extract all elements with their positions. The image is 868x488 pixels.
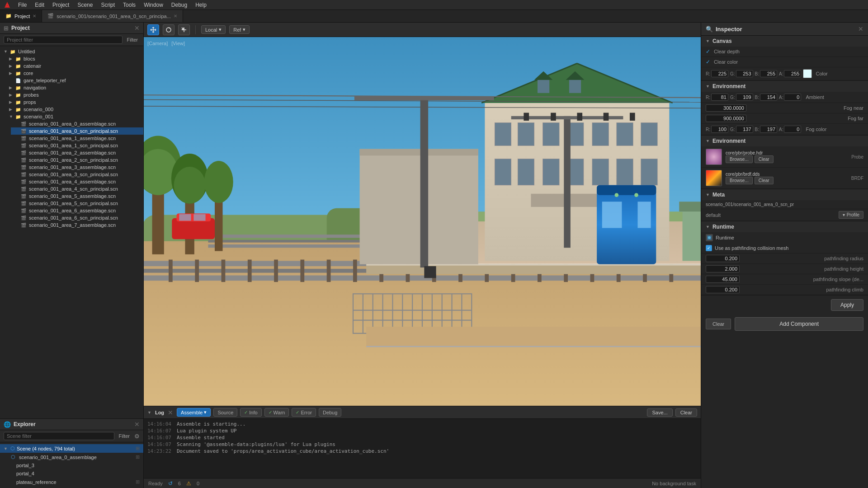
- tree-item-scenario000[interactable]: ▶ 📁 scenario_000: [5, 106, 143, 113]
- fog-g-input[interactable]: [736, 126, 753, 133]
- brdf-clear-btn[interactable]: Clear: [755, 177, 774, 184]
- clear-depth-check-icon[interactable]: ✓: [706, 48, 710, 55]
- menu-edit[interactable]: Edit: [31, 1, 48, 9]
- tree-item-navigation[interactable]: ▶ 📁 navigation: [5, 84, 143, 91]
- settings-icon[interactable]: ⚙: [134, 433, 140, 440]
- runtime-section-header[interactable]: ▼ Runtime: [701, 221, 868, 232]
- project-panel-close[interactable]: ✕: [134, 24, 140, 32]
- log-tab-info[interactable]: ✓ Info: [240, 408, 261, 417]
- pathfinding-checkbox[interactable]: ✓: [706, 245, 712, 251]
- tree-item-props[interactable]: ▶ 📁 props: [5, 99, 143, 106]
- ambient-r-input[interactable]: [711, 94, 728, 101]
- log-tab-assemble[interactable]: Assemble ▾: [177, 408, 211, 417]
- canvas-r-input[interactable]: [711, 70, 728, 77]
- log-tab-debug[interactable]: Debug: [319, 408, 341, 417]
- menu-file[interactable]: File: [14, 1, 30, 9]
- meta-section-header[interactable]: ▼ Meta: [701, 189, 868, 200]
- tree-item-s001-a5-ass[interactable]: 🎬 scenario_001_area_5_assemblage.scn: [11, 192, 143, 200]
- viewport[interactable]: [Camera] [View]: [144, 37, 701, 406]
- menu-scene[interactable]: Scene: [74, 1, 96, 9]
- tree-item-s001-a5-main[interactable]: 🎬 scenario_001_area_5_scn_principal.scn: [11, 200, 143, 207]
- tab-scene-close[interactable]: ✕: [174, 14, 177, 19]
- tree-item-s001-a1-main[interactable]: 🎬 scenario_001_area_1_scn_principal.scn: [11, 142, 143, 149]
- tree-item-s001-a2-main[interactable]: 🎬 scenario_001_area_2_scn_principal.scn: [11, 156, 143, 164]
- scene-node-portal4[interactable]: portal_4: [0, 469, 143, 478]
- canvas-b-input[interactable]: [760, 70, 777, 77]
- tree-item-s001-a2-ass[interactable]: 🎬 scenario_001_area_2_assemblage.scn: [11, 149, 143, 156]
- log-save-btn[interactable]: Save...: [647, 408, 672, 417]
- tree-item-s001-a0-main[interactable]: 🎬 scenario_001_area_0_scn_principal.scn: [11, 127, 143, 135]
- tree-item-probes[interactable]: ▶ 📁 probes: [5, 91, 143, 99]
- scene-node-root[interactable]: ▼ ⬡ Scene (4 nodes, 794 total) ⊞: [0, 444, 143, 453]
- fog-near-input[interactable]: [706, 104, 746, 112]
- menu-tools[interactable]: Tools: [119, 1, 139, 9]
- add-component-btn[interactable]: Add Component: [735, 317, 863, 331]
- tree-item-catenair[interactable]: ▶ 📁 catenair: [5, 62, 143, 70]
- fog-b-input[interactable]: [760, 126, 777, 133]
- tree-item-s001-a3-ass[interactable]: 🎬 scenario_001_area_3_assemblage.scn: [11, 164, 143, 171]
- brdf-browse-btn[interactable]: Browse...: [726, 177, 753, 184]
- tree-item-s001-a6-ass[interactable]: 🎬 scenario_001_area_6_assemblage.scn: [11, 207, 143, 214]
- log-tab-error[interactable]: ✓ Error: [292, 408, 316, 417]
- scene-filter-input[interactable]: [4, 432, 114, 440]
- fog-far-input[interactable]: [706, 115, 746, 122]
- menu-debug[interactable]: Debug: [168, 1, 191, 9]
- log-close-btn[interactable]: ✕: [168, 409, 173, 416]
- log-clear-btn[interactable]: Clear: [675, 408, 697, 417]
- tree-item-s001-a1-ass[interactable]: 🎬 scenario_001_area_1_assemblage.scn: [11, 135, 143, 142]
- project-filter-btn[interactable]: Filter: [125, 36, 140, 43]
- explorer-filter-btn[interactable]: Filter: [117, 432, 132, 440]
- fog-r-input[interactable]: [711, 126, 728, 133]
- pathfinding-radius-input[interactable]: [706, 255, 740, 262]
- tree-item-s001-a4-ass[interactable]: 🎬 scenario_001_area_4_assemblage.scn: [11, 178, 143, 185]
- tree-item-s001-a4-main[interactable]: 🎬 scenario_001_area_4_scn_principal.scn: [11, 185, 143, 192]
- pathfinding-slope-input[interactable]: [706, 276, 740, 283]
- plateau-icon-btn[interactable]: ⊞: [136, 479, 140, 485]
- meta-profile-btn[interactable]: ▾ Profile: [839, 211, 863, 219]
- inspector-close[interactable]: ✕: [858, 25, 863, 33]
- env2-section-header[interactable]: ▼ Environment: [701, 136, 868, 146]
- ambient-b-input[interactable]: [760, 94, 777, 101]
- ambient-a-input[interactable]: [784, 94, 801, 101]
- tree-item-blocs[interactable]: ▶ 📁 blocs: [5, 55, 143, 62]
- tool-scale[interactable]: [178, 24, 190, 35]
- tab-scene[interactable]: 🎬 scenario_001/scenario_001_area_0_scn_p…: [42, 10, 183, 22]
- tool-move[interactable]: [147, 24, 159, 35]
- pathfinding-height-input[interactable]: [706, 265, 740, 272]
- probe-browse-btn[interactable]: Browse...: [726, 155, 753, 163]
- menu-script[interactable]: Script: [97, 1, 118, 9]
- tree-item-untitled[interactable]: ▼ 📁 Untitled: [0, 48, 143, 55]
- scene-node-plateau[interactable]: plateau_reference ⊞: [0, 478, 143, 486]
- env-section-header[interactable]: ▼ Environment: [701, 81, 868, 92]
- tree-item-s001-a7-ass[interactable]: 🎬 scenario_001_area_7_assemblage.scn: [11, 221, 143, 229]
- fog-a-input[interactable]: [784, 126, 801, 133]
- tree-item-core[interactable]: ▶ 📁 core: [5, 70, 143, 77]
- menu-help[interactable]: Help: [192, 1, 210, 9]
- menu-window[interactable]: Window: [140, 1, 167, 9]
- pathfinding-climb-input[interactable]: [706, 286, 740, 293]
- project-search-input[interactable]: [4, 36, 123, 44]
- canvas-a-input[interactable]: [784, 70, 801, 77]
- canvas-color-swatch[interactable]: [803, 69, 812, 78]
- tool-rotate[interactable]: [163, 24, 175, 35]
- ref-dropdown[interactable]: Ref ▾: [229, 25, 250, 34]
- tree-item-s001-a3-main[interactable]: 🎬 scenario_001_area_3_scn_principal.scn: [11, 171, 143, 178]
- log-tab-source[interactable]: Source: [213, 408, 237, 417]
- clear-color-check-icon[interactable]: ✓: [706, 59, 710, 65]
- tab-project[interactable]: 📁 Project ✕: [0, 10, 42, 22]
- canvas-g-input[interactable]: [736, 70, 753, 77]
- canvas-section-header[interactable]: ▼ Canvas: [701, 36, 868, 47]
- menu-project[interactable]: Project: [49, 1, 73, 9]
- scene-node-portal3[interactable]: portal_3: [0, 461, 143, 469]
- probe-clear-btn[interactable]: Clear: [755, 155, 774, 163]
- scene-root-icon-btn[interactable]: ⊞: [136, 446, 140, 451]
- ambient-g-input[interactable]: [736, 94, 753, 101]
- tab-project-close[interactable]: ✕: [33, 14, 36, 19]
- tree-item-s001-a6-main[interactable]: 🎬 scenario_001_area_6_scn_principal.scn: [11, 214, 143, 221]
- explorer-panel-close[interactable]: ✕: [134, 421, 140, 428]
- scene-node-icon-btn[interactable]: ⊞: [136, 454, 140, 460]
- tree-item-scenario001[interactable]: ▼ 📁 scenario_001: [5, 113, 143, 120]
- local-dropdown[interactable]: Local ▾: [201, 25, 226, 34]
- scene-node-assemblage[interactable]: ⬡ scenario_001_area_0_assemblage ⊞: [0, 453, 143, 461]
- log-tab-warn[interactable]: ✓ Warn: [264, 408, 289, 417]
